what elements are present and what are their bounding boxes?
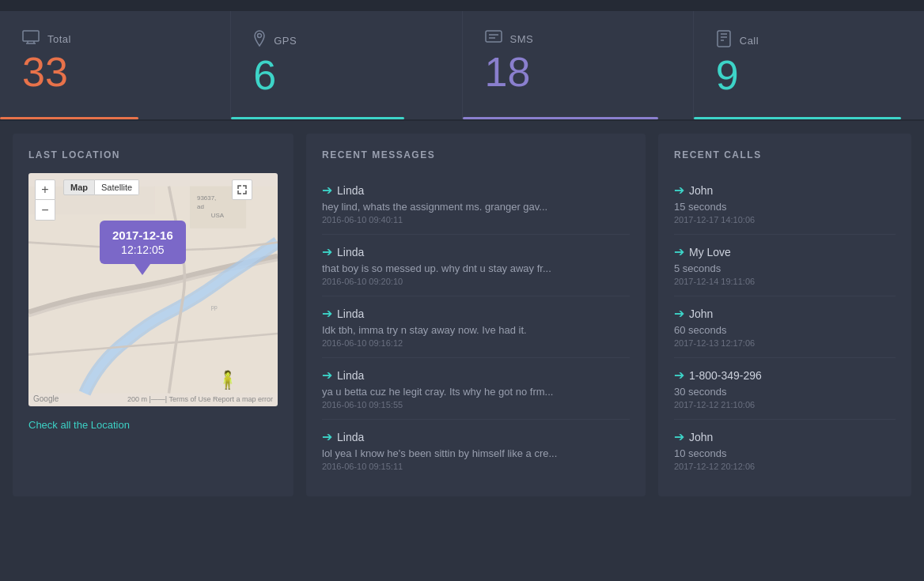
call-arrow-icon: ➔: [674, 244, 684, 259]
message-text: that boy is so messed up. why dnt u stay…: [322, 262, 630, 274]
map-zoom-controls[interactable]: + −: [35, 179, 55, 221]
call-value: 9: [716, 55, 902, 96]
message-contact-name: Linda: [337, 246, 364, 258]
stats-bar: Total 33 GPS 6: [0, 11, 924, 121]
balloon-date: 2017-12-16: [112, 228, 173, 242]
map-person-icon: 🧍: [217, 370, 238, 390]
message-time: 2016-06-10 09:16:12: [322, 338, 630, 348]
message-arrow-icon: ➔: [322, 429, 332, 444]
message-contact-name: Linda: [337, 369, 364, 382]
call-icon: [716, 30, 732, 51]
message-time: 2016-06-10 09:15:11: [322, 462, 630, 471]
map-expand-button[interactable]: [232, 179, 252, 200]
sms-label: SMS: [510, 33, 534, 45]
call-contact-name: My Love: [689, 246, 731, 258]
zoom-out-button[interactable]: −: [35, 200, 55, 221]
check-location-link[interactable]: Check all the Location: [28, 419, 130, 431]
call-contact: ➔ 1-800-349-296: [674, 368, 896, 383]
top-nav: [0, 0, 924, 11]
stat-call: Call 9: [694, 11, 924, 119]
call-time: 2017-12-14 19:11:06: [674, 277, 896, 286]
map-type-map-button[interactable]: Map: [63, 179, 95, 195]
map-type-buttons[interactable]: Map Satellite: [63, 179, 139, 195]
call-item: ➔ John 60 seconds 2017-12-13 12:17:06: [674, 296, 896, 358]
message-item: ➔ Linda that boy is so messed up. why dn…: [322, 235, 630, 296]
monitor-icon: [22, 30, 40, 48]
stat-sms: SMS 18: [463, 11, 694, 119]
message-contact-name: Linda: [337, 431, 364, 443]
call-bar: [694, 117, 901, 119]
location-panel: LAST LOCATION 93637, ad: [13, 134, 293, 496]
sms-bar: [463, 117, 659, 119]
message-text: hey lind, whats the assignment ms. grang…: [322, 201, 630, 213]
balloon-time: 12:12:05: [112, 243, 173, 256]
gps-icon: [253, 30, 266, 51]
svg-rect-5: [486, 31, 502, 42]
sms-icon: [485, 30, 502, 48]
call-duration: 60 seconds: [674, 324, 896, 336]
call-contact: ➔ John: [674, 429, 896, 444]
call-time: 2017-12-12 20:12:06: [674, 462, 896, 471]
message-contact: ➔ Linda: [322, 183, 630, 198]
message-arrow-icon: ➔: [322, 244, 332, 259]
calls-panel: RECENT CALLS ➔ John 15 seconds 2017-12-1…: [658, 134, 911, 496]
map-footer: Google 200 m |——| Terms of Use Report a …: [33, 394, 273, 403]
svg-text:USA: USA: [211, 212, 225, 219]
call-label: Call: [740, 35, 759, 47]
call-item: ➔ My Love 5 seconds 2017-12-14 19:11:06: [674, 235, 896, 296]
message-text: lol yea I know he's been sittin by himse…: [322, 447, 630, 459]
google-logo: Google: [33, 394, 59, 403]
stat-gps: GPS 6: [231, 11, 462, 119]
stat-total: Total 33: [0, 11, 231, 119]
svg-text:93637,: 93637,: [197, 194, 216, 202]
map-scale: 200 m |——| Terms of Use Report a map err…: [127, 395, 273, 403]
calls-panel-title: RECENT CALLS: [674, 149, 896, 160]
call-item: ➔ 1-800-349-296 30 seconds 2017-12-12 21…: [674, 358, 896, 420]
map-container[interactable]: 93637, ad USA pp + − Map Satellite: [28, 173, 278, 406]
message-contact: ➔ Linda: [322, 306, 630, 321]
call-contact-name: 1-800-349-296: [689, 369, 762, 382]
call-item: ➔ John 10 seconds 2017-12-12 20:12:06: [674, 420, 896, 481]
map-balloon: 2017-12-16 12:12:05: [100, 221, 186, 264]
call-duration: 5 seconds: [674, 262, 896, 274]
message-time: 2016-06-10 09:20:10: [322, 277, 630, 286]
gps-bar: [231, 117, 403, 119]
location-panel-title: LAST LOCATION: [28, 149, 278, 160]
svg-rect-0: [23, 31, 39, 41]
message-time: 2016-06-10 09:15:55: [322, 400, 630, 409]
call-contact: ➔ John: [674, 306, 896, 321]
map-type-satellite-button[interactable]: Satellite: [95, 179, 139, 195]
messages-list: ➔ Linda hey lind, whats the assignment m…: [322, 173, 630, 481]
total-bar: [0, 117, 138, 119]
message-item: ➔ Linda Idk tbh, imma try n stay away no…: [322, 296, 630, 358]
messages-panel-title: RECENT MESSAGES: [322, 149, 630, 160]
call-time: 2017-12-17 14:10:06: [674, 215, 896, 224]
message-time: 2016-06-10 09:40:11: [322, 215, 630, 224]
message-arrow-icon: ➔: [322, 183, 332, 198]
svg-text:pp: pp: [211, 304, 218, 311]
call-contact-name: John: [689, 431, 713, 443]
call-arrow-icon: ➔: [674, 368, 684, 383]
message-contact: ➔ Linda: [322, 244, 630, 259]
message-item: ➔ Linda ya u betta cuz he legit cray. It…: [322, 358, 630, 420]
message-item: ➔ Linda hey lind, whats the assignment m…: [322, 173, 630, 235]
message-arrow-icon: ➔: [322, 306, 332, 321]
message-item: ➔ Linda lol yea I know he's been sittin …: [322, 420, 630, 481]
call-duration: 10 seconds: [674, 447, 896, 459]
call-contact: ➔ John: [674, 183, 896, 198]
message-contact-name: Linda: [337, 307, 364, 320]
message-contact-name: Linda: [337, 184, 364, 197]
call-arrow-icon: ➔: [674, 183, 684, 198]
zoom-in-button[interactable]: +: [35, 179, 55, 200]
call-arrow-icon: ➔: [674, 429, 684, 444]
sms-value: 18: [485, 51, 671, 92]
call-item: ➔ John 15 seconds 2017-12-17 14:10:06: [674, 173, 896, 235]
message-contact: ➔ Linda: [322, 368, 630, 383]
total-value: 33: [22, 51, 208, 92]
call-arrow-icon: ➔: [674, 306, 684, 321]
messages-panel: RECENT MESSAGES ➔ Linda hey lind, whats …: [306, 134, 646, 496]
gps-label: GPS: [274, 35, 297, 47]
call-time: 2017-12-12 21:10:06: [674, 400, 896, 409]
message-contact: ➔ Linda: [322, 429, 630, 444]
call-contact-name: John: [689, 307, 713, 320]
